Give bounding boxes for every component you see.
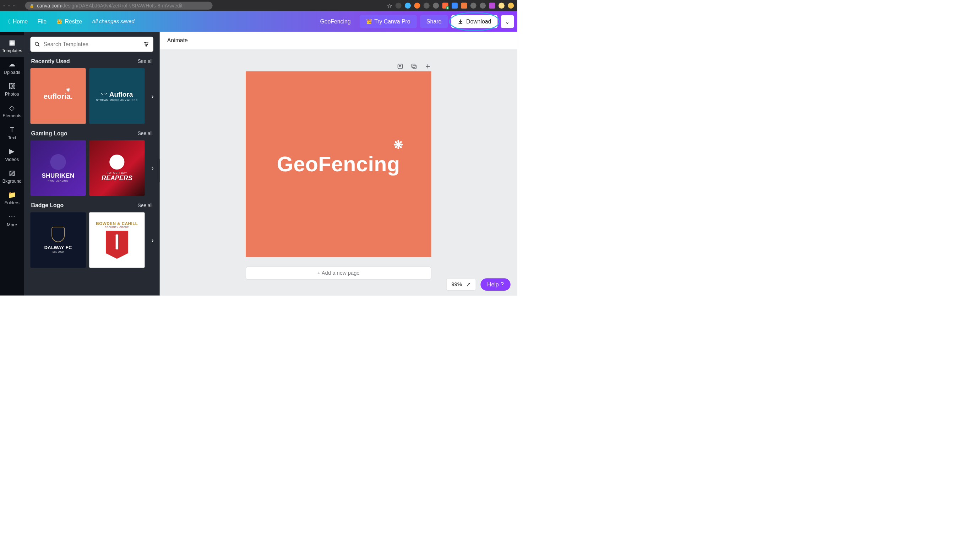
rail-videos[interactable]: ▶Videos: [0, 144, 24, 166]
template-thumb-shuriken[interactable]: SHURIKEN PRO LEAGUE: [30, 140, 86, 196]
template-thumb-dalway[interactable]: DALWAY FC Est. 2020: [30, 212, 86, 268]
svg-rect-6: [412, 64, 415, 68]
recent-row: eufloria. ❋ 〰Auflora STREAM MUSIC ANYWHE…: [30, 68, 153, 124]
notes-icon[interactable]: [397, 63, 404, 70]
duplicate-page-icon[interactable]: [410, 63, 417, 70]
ext-icon[interactable]: [395, 2, 402, 8]
scroll-right-recent[interactable]: ›: [148, 92, 156, 100]
template-thumb-auflora[interactable]: 〰Auflora STREAM MUSIC ANYWHERE: [89, 68, 145, 124]
crown-icon: 👑: [366, 19, 372, 25]
more-icon: ⋯: [0, 213, 24, 221]
ext-icon[interactable]: 1: [442, 2, 448, 8]
fullscreen-icon[interactable]: ⤢: [466, 282, 470, 287]
app-topbar: 〈 Home File 👑 Resize All changes saved G…: [0, 12, 517, 32]
animate-button[interactable]: Animate: [167, 37, 188, 44]
see-all-recent[interactable]: See all: [138, 58, 153, 64]
flower-icon: ❋: [394, 138, 404, 152]
thumb-title: Auflora: [110, 91, 133, 98]
ext-icon[interactable]: [461, 2, 467, 8]
background-icon: ▨: [0, 169, 24, 177]
rail-label: More: [7, 222, 17, 227]
scroll-right-badge[interactable]: ›: [148, 236, 156, 244]
reload-icon[interactable]: [13, 5, 15, 7]
rail-bkground[interactable]: ▨Bkground: [0, 166, 24, 188]
rail-label: Folders: [5, 200, 20, 205]
resize-button[interactable]: 👑 Resize: [56, 18, 82, 25]
ext-icon[interactable]: [470, 2, 477, 8]
url-bar[interactable]: 🔒 canva.com/design/DAEAbJ6A0v4/zeRrof-vS…: [25, 2, 213, 10]
rail-folders[interactable]: 📁Folders: [0, 188, 24, 209]
thumb-title: BOWDEN & CAHILL: [96, 222, 138, 226]
see-all-gaming[interactable]: See all: [138, 130, 153, 136]
ext-icon[interactable]: [424, 2, 430, 8]
save-status: All changes saved: [92, 18, 135, 25]
banner-icon: [106, 231, 128, 259]
artboard-text[interactable]: GeoFencing ❋: [277, 152, 400, 177]
scroll-right-gaming[interactable]: ›: [148, 164, 156, 172]
rail-label: Bkground: [2, 178, 22, 183]
rail-elements[interactable]: ◇Elements: [0, 100, 24, 122]
rail-text[interactable]: TText: [0, 122, 24, 144]
ext-icon[interactable]: [489, 2, 495, 8]
ext-icon[interactable]: [452, 2, 458, 8]
stage[interactable]: GeoFencing ❋ + Add a new page: [160, 49, 517, 295]
zoom-control[interactable]: 99% ⤢: [446, 278, 476, 291]
templates-icon: ▦: [0, 39, 24, 47]
thumb-subtitle: STREAM MUSIC ANYWHERE: [96, 98, 138, 101]
search-templates[interactable]: [30, 37, 153, 52]
home-label: Home: [13, 18, 28, 25]
section-title-recent: Recently Used: [31, 58, 70, 65]
rail-more[interactable]: ⋯More: [0, 209, 24, 231]
help-button[interactable]: Help ?: [480, 278, 511, 291]
question-icon: ?: [501, 282, 504, 288]
filter-icon[interactable]: [143, 41, 149, 47]
rail-uploads[interactable]: ☁Uploads: [0, 57, 24, 78]
document-title[interactable]: GeoFencing: [320, 18, 350, 25]
star-icon[interactable]: ☆: [387, 2, 392, 9]
share-button[interactable]: Share: [420, 15, 448, 28]
thumb-subtitle: RUTGER BAY: [106, 171, 127, 174]
file-menu[interactable]: File: [38, 18, 47, 25]
ext-icon[interactable]: [405, 2, 411, 8]
history-forward-icon: [8, 5, 10, 7]
rail-templates[interactable]: ▦Templates: [0, 35, 24, 57]
rail-label: Uploads: [4, 70, 20, 75]
svg-point-3: [146, 45, 147, 46]
add-page-icon[interactable]: [424, 63, 431, 70]
thumb-subtitle: SECURITY GROUP: [105, 226, 129, 229]
svg-point-2: [147, 44, 148, 45]
templates-panel: Recently Used See all eufloria. ❋ 〰Auflo…: [24, 32, 160, 296]
history-back-icon[interactable]: [3, 5, 5, 7]
text-icon: T: [0, 126, 24, 133]
avatar-icon[interactable]: [498, 2, 505, 8]
see-all-badge[interactable]: See all: [138, 203, 153, 208]
section-title-badge: Badge Logo: [31, 202, 63, 208]
ext-icon[interactable]: [433, 2, 439, 8]
add-page-button[interactable]: + Add a new page: [246, 267, 432, 280]
template-thumb-reapers[interactable]: RUTGER BAY REAPERS: [89, 140, 145, 196]
search-input[interactable]: [43, 41, 140, 48]
rail-photos[interactable]: 🖼Photos: [0, 79, 24, 100]
ext-icon[interactable]: [414, 2, 420, 8]
videos-icon: ▶: [0, 147, 24, 155]
rail-label: Photos: [5, 92, 19, 97]
section-title-gaming: Gaming Logo: [31, 130, 68, 137]
artboard[interactable]: GeoFencing ❋: [246, 72, 432, 257]
download-button[interactable]: Download: [451, 15, 498, 28]
svg-rect-5: [413, 65, 417, 69]
page-tools: [246, 63, 432, 70]
browser-chrome: 🔒 canva.com/design/DAEAbJ6A0v4/zeRrof-vS…: [0, 0, 517, 12]
ext-icon[interactable]: [508, 2, 514, 8]
ext-icon[interactable]: [480, 2, 486, 8]
badge-row: DALWAY FC Est. 2020 BOWDEN & CAHILL SECU…: [30, 212, 153, 268]
thumb-title: eufloria.: [44, 92, 73, 100]
thumb-subtitle: PRO LEAGUE: [48, 179, 68, 182]
template-thumb-bowden[interactable]: BOWDEN & CAHILL SECURITY GROUP: [89, 212, 145, 268]
download-more-button[interactable]: ⌄: [501, 15, 514, 28]
template-thumb-eufloria[interactable]: eufloria. ❋: [30, 68, 86, 124]
try-pro-button[interactable]: 👑 Try Canva Pro: [360, 15, 417, 28]
home-button[interactable]: 〈 Home: [5, 18, 28, 26]
try-pro-label: Try Canva Pro: [374, 18, 410, 25]
crown-icon: 👑: [56, 19, 63, 25]
bottom-right-controls: 99% ⤢ Help ?: [446, 278, 510, 291]
